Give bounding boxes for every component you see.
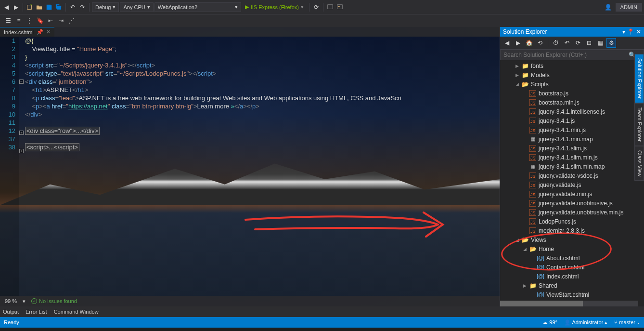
comment-icon[interactable]: ⋮	[25, 16, 34, 25]
svg-text:JS: JS	[530, 156, 536, 160]
tree-item[interactable]: JSLodopFuncs.js	[500, 217, 644, 226]
tree-item[interactable]: JSjquery.validate.unobtrusive.js	[500, 199, 644, 208]
save-icon[interactable]	[45, 3, 53, 12]
branch-indicator[interactable]: ⑂ master ▴	[614, 319, 640, 325]
tree-item[interactable]: JSjquery-3.4.1.slim.min.js	[500, 153, 644, 162]
window-dropdown-icon[interactable]: ▾	[622, 28, 625, 35]
side-tab-team[interactable]: Team Explorer	[634, 103, 644, 146]
outdent-icon[interactable]: ⇤	[46, 16, 55, 25]
open-file-icon[interactable]	[35, 3, 44, 12]
showall-icon[interactable]: ▦	[595, 38, 605, 48]
tree-item[interactable]: ▦jquery-3.4.1.slim.min.map	[500, 162, 644, 171]
output-tab[interactable]: Output	[3, 309, 19, 315]
tree-item[interactable]: [@]Index.cshtml	[500, 272, 644, 281]
tree-item[interactable]: JSjquery.validate-vsdoc.js	[500, 171, 644, 180]
tree-item[interactable]: JSjquery-3.4.1.intellisense.js	[500, 107, 644, 116]
collapse-icon[interactable]: ⊟	[584, 38, 594, 48]
no-issues-indicator[interactable]: ✓No issues found	[31, 298, 77, 304]
svg-text:JS: JS	[530, 101, 536, 106]
svg-text:JS: JS	[530, 201, 536, 206]
svg-text:JS: JS	[530, 220, 536, 225]
svg-text:JS: JS	[530, 183, 536, 188]
tree-item[interactable]: JSjquery.validate.js	[500, 180, 644, 189]
zoom-level[interactable]: 99 %	[5, 298, 17, 304]
tree-item[interactable]: [@]ViewStart.cshtml	[500, 290, 644, 299]
browser-icon[interactable]	[326, 3, 335, 12]
indent-icon[interactable]: ⇥	[57, 16, 65, 25]
forward-icon[interactable]: ▶	[513, 38, 523, 48]
code-editor[interactable]: 1234567891011123738 −++ @{ ViewBag.Title…	[0, 37, 500, 296]
tab-index-cshtml[interactable]: Index.cshtml 📌 ✕	[0, 27, 54, 37]
user-icon[interactable]: 👤	[604, 3, 613, 12]
horizontal-scrollbar[interactable]	[500, 301, 638, 306]
tree-item[interactable]: ◢📂Scripts	[500, 79, 644, 89]
solexp-search[interactable]: 🔍 ▾	[500, 50, 644, 60]
undo-icon[interactable]: ↶	[68, 3, 77, 12]
side-tab-solexp[interactable]: Solution Explorer	[634, 54, 644, 103]
properties-icon[interactable]: ⚙	[606, 38, 616, 48]
solution-explorer: Solution Explorer ▾ 📍 ✕ ◀ ▶ 🏠 ⟲ ⏱ ↶ ⟳ ⊟ …	[500, 27, 644, 306]
pending-icon[interactable]: ⏱	[551, 38, 561, 48]
admin-button[interactable]: ADMIN	[616, 3, 642, 12]
tree-item[interactable]: JSjquery-3.4.1.slim.js	[500, 144, 644, 153]
side-tab-class[interactable]: Class View	[634, 146, 644, 181]
config-combo[interactable]: Debug▾	[92, 2, 119, 12]
svg-text:JS: JS	[530, 211, 536, 215]
tree-item[interactable]: [@]About.cshtml	[500, 253, 644, 263]
cmdwindow-tab[interactable]: Command Window	[54, 309, 99, 315]
refresh-icon[interactable]: ⟳	[573, 38, 583, 48]
tree-item[interactable]: JSjquery.validate.min.js	[500, 189, 644, 199]
platform-combo[interactable]: Any CPU▾	[120, 2, 153, 12]
sync-icon[interactable]: ⟲	[535, 38, 545, 48]
new-project-icon[interactable]	[26, 3, 34, 12]
main-toolbar: ◀ ▶ ↶ ↷ Debug▾ Any CPU▾ WebApplication2▾…	[0, 0, 644, 14]
tree-item[interactable]: ▦jquery-3.4.1.min.map	[500, 134, 644, 144]
tree-item[interactable]: JSbootstrap.min.js	[500, 98, 644, 107]
tree-item[interactable]: ▶📁Shared	[500, 281, 644, 290]
browser-refresh-icon[interactable]: ⟳	[312, 3, 321, 12]
redo-icon[interactable]: ↷	[78, 3, 87, 12]
uncomment-icon[interactable]: ⋰	[67, 16, 76, 25]
pin-icon[interactable]: 📌	[37, 29, 43, 35]
align-left-icon[interactable]: ☰	[4, 16, 13, 25]
save-all-icon[interactable]	[54, 3, 63, 12]
user-indicator[interactable]: 👤 Administrator ▴	[564, 319, 607, 326]
svg-rect-1	[328, 4, 333, 9]
project-combo[interactable]: WebApplication2▾	[155, 2, 241, 12]
svg-text:JS: JS	[530, 119, 536, 124]
line-gutter: 1234567891011123738	[0, 37, 19, 296]
tree-item[interactable]: JSjquery-3.4.1.min.js	[500, 125, 644, 134]
close-icon[interactable]: ✕	[636, 28, 641, 35]
bookmark-icon[interactable]: 🔖	[36, 16, 44, 25]
pin-icon[interactable]: 📍	[627, 28, 634, 35]
tree-item[interactable]: [@]Contact.cshtml	[500, 263, 644, 272]
close-icon[interactable]: ✕	[46, 29, 51, 35]
back-icon[interactable]: ◀	[502, 38, 512, 48]
nav-back-icon[interactable]: ◀	[2, 3, 11, 12]
tree-item[interactable]: JSbootstrap.js	[500, 89, 644, 98]
svg-text:JS: JS	[530, 92, 536, 96]
tree-item[interactable]: ◢📂Home	[500, 244, 644, 253]
tree-item[interactable]: JSjquery.validate.unobtrusive.min.js	[500, 208, 644, 217]
search-input[interactable]	[503, 52, 629, 58]
nav-fwd-icon[interactable]: ▶	[12, 3, 20, 12]
solexp-toolbar: ◀ ▶ 🏠 ⟲ ⏱ ↶ ⟳ ⊟ ▦ ⚙	[500, 37, 644, 50]
editor-area: Index.cshtml 📌 ✕ 1234567891011123738 −++…	[0, 27, 500, 306]
undo-icon[interactable]: ↶	[562, 38, 572, 48]
home-icon[interactable]: 🏠	[524, 38, 534, 48]
tree-item[interactable]: ▶📁fonts	[500, 61, 644, 70]
svg-text:JS: JS	[530, 110, 536, 115]
weather-indicator[interactable]: ☁ 99°	[542, 319, 557, 326]
image-icon[interactable]	[335, 3, 344, 12]
tree-item[interactable]: JSjquery-3.4.1.js	[500, 116, 644, 125]
bottom-tabs: Output Error List Command Window	[0, 306, 644, 317]
tree-item[interactable]: ▶📁Models	[500, 70, 644, 79]
tree-item[interactable]: ◢📂Views	[500, 235, 644, 244]
svg-point-3	[338, 5, 340, 7]
tree-item[interactable]: JSmodernizr-2.8.3.js	[500, 226, 644, 235]
align-center-icon[interactable]: ≡	[14, 16, 23, 25]
errorlist-tab[interactable]: Error List	[26, 309, 47, 315]
run-button[interactable]: ▶IIS Express (Firefox)▾	[242, 4, 307, 10]
solution-tree[interactable]: ▶📁fonts▶📁Models◢📂ScriptsJSbootstrap.jsJS…	[500, 60, 644, 306]
tab-label: Index.cshtml	[4, 29, 34, 35]
